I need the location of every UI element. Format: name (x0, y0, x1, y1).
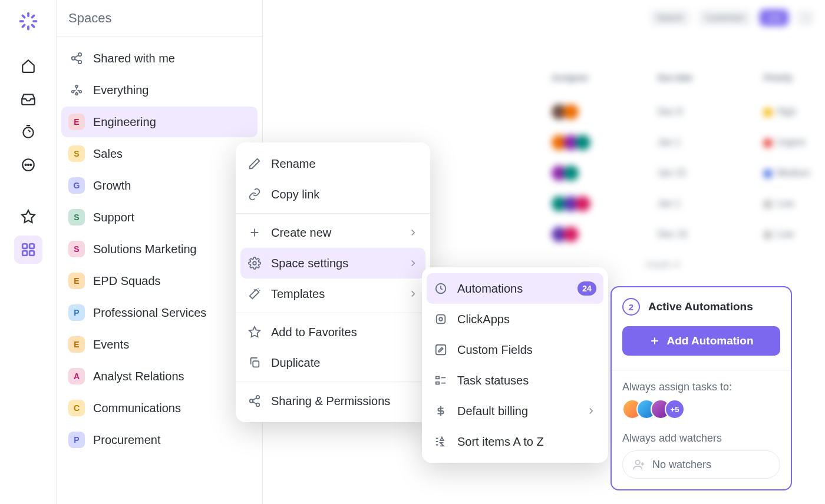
submenu-task-statuses[interactable]: Task statuses (427, 365, 603, 396)
svg-rect-8 (29, 251, 34, 256)
gear-icon (248, 256, 262, 270)
menu-copy-link[interactable]: Copy link (236, 179, 430, 210)
svg-rect-25 (436, 377, 440, 379)
menu-add-favorites[interactable]: Add to Favorites (236, 317, 430, 347)
spaces-icon[interactable] (14, 236, 42, 264)
pencil-icon (248, 157, 262, 171)
sidebar-item-label: Support (93, 211, 134, 224)
watchers-placeholder: No watchers (652, 459, 711, 471)
svg-point-13 (72, 91, 74, 93)
svg-point-20 (256, 403, 260, 407)
space-badge: G (68, 177, 85, 194)
table-row[interactable]: Jan 1Urgent (546, 127, 813, 158)
customize-button[interactable]: Customize (698, 9, 751, 26)
svg-rect-24 (436, 345, 446, 355)
chevron-right-icon (408, 227, 418, 238)
menu-label: Create new (271, 226, 331, 240)
sidebar-item[interactable]: PProcurement (61, 425, 258, 455)
sidebar-item[interactable]: AAnalyst Relations (61, 361, 258, 392)
sidebar-item-label: Events (93, 338, 129, 352)
favorites-icon[interactable] (14, 203, 42, 231)
sidebar-item[interactable]: SSolutions Marketing (61, 234, 258, 264)
network-icon (68, 82, 85, 98)
svg-point-19 (250, 399, 253, 403)
space-badge: S (68, 209, 85, 226)
submenu-label: ClickApps (457, 313, 510, 326)
sidebar-item[interactable]: PProfessional Services (61, 297, 258, 328)
sidebar-item-label: Sales (93, 147, 123, 161)
submenu-sort-items[interactable]: Sort items A to Z (427, 426, 603, 457)
menu-label: Space settings (271, 257, 348, 270)
add-automation-button[interactable]: Add Automation (622, 326, 780, 356)
wand-icon (248, 287, 262, 301)
space-badge: E (68, 273, 85, 289)
sidebar-item[interactable]: Shared with me (61, 43, 258, 74)
chevron-right-icon (408, 289, 418, 299)
add-automation-label: Add Automation (666, 334, 753, 347)
submenu-default-billing[interactable]: Default billing (427, 396, 603, 426)
add-button[interactable]: Add (760, 9, 788, 26)
svg-point-10 (72, 57, 75, 60)
sidebar-item[interactable]: SSales (61, 138, 258, 169)
sidebar-item[interactable]: EEvents (61, 329, 258, 360)
home-icon[interactable] (14, 52, 42, 80)
sidebar-item-label: Solutions Marketing (93, 243, 197, 256)
spaces-sidebar: Spaces Shared with meEverythingEEngineer… (57, 0, 263, 504)
menu-space-settings[interactable]: Space settings (240, 248, 425, 278)
sidebar-item[interactable]: EEngineering (61, 107, 258, 137)
space-settings-submenu: Automations 24 ClickApps Custom Fields T… (422, 267, 608, 463)
assignee-avatar-stack[interactable]: +5 (622, 399, 780, 419)
table-row[interactable]: Jan 15Medium (546, 158, 813, 188)
space-badge: C (68, 400, 85, 416)
table-row[interactable]: Jan 1Low (546, 188, 813, 219)
sidebar-item[interactable]: SSupport (61, 202, 258, 233)
menu-templates[interactable]: Templates (236, 278, 430, 309)
submenu-clickapps[interactable]: ClickApps (427, 304, 603, 334)
submenu-automations[interactable]: Automations 24 (427, 273, 603, 304)
app-logo[interactable] (14, 7, 42, 35)
svg-point-9 (78, 53, 82, 57)
submenu-custom-fields[interactable]: Custom Fields (427, 334, 603, 365)
submenu-label: Custom Fields (457, 343, 533, 357)
sidebar-title: Spaces (57, 5, 262, 37)
search-button[interactable]: Search (650, 9, 690, 26)
menu-sharing[interactable]: Sharing & Permissions (236, 386, 430, 416)
sidebar-item[interactable]: Everything (61, 75, 258, 105)
table-row[interactable]: Dec 15Low (546, 219, 813, 250)
timer-icon[interactable] (14, 118, 42, 146)
sidebar-item-label: Growth (93, 179, 131, 193)
menu-rename[interactable]: Rename (236, 148, 430, 179)
sidebar-item-label: Analyst Relations (93, 370, 184, 383)
menu-label: Sharing & Permissions (271, 394, 390, 408)
sidebar-item[interactable]: EEPD Squads (61, 266, 258, 296)
dollar-icon (434, 404, 448, 418)
svg-point-11 (78, 61, 82, 64)
more-icon[interactable] (14, 151, 42, 179)
svg-point-23 (439, 317, 443, 321)
assign-label: Always assign tasks to: (622, 381, 780, 393)
sidebar-item-label: EPD Squads (93, 274, 161, 288)
watchers-input[interactable]: No watchers (622, 450, 780, 479)
automations-count-badge: 24 (578, 281, 596, 296)
svg-rect-22 (437, 315, 446, 324)
svg-rect-17 (253, 361, 259, 367)
svg-point-16 (253, 261, 256, 265)
space-badge: E (68, 336, 85, 353)
menu-duplicate[interactable]: Duplicate (236, 347, 430, 378)
edit-square-icon (434, 343, 448, 357)
sidebar-item-label: Engineering (93, 115, 156, 129)
table-row[interactable]: Dec 8High (546, 97, 813, 127)
svg-point-4 (30, 164, 31, 165)
chevron-right-icon (586, 406, 596, 416)
sidebar-item[interactable]: CCommunications (61, 393, 258, 423)
space-badge: A (68, 368, 85, 384)
menu-create-new[interactable]: Create new (236, 217, 430, 248)
space-badge: S (68, 145, 85, 162)
inbox-icon[interactable] (14, 85, 42, 113)
more-button[interactable]: ⋯ (797, 9, 813, 26)
sidebar-item-label: Procurement (93, 433, 161, 447)
svg-point-2 (25, 164, 26, 165)
svg-point-0 (23, 127, 33, 137)
sidebar-item[interactable]: GGrowth (61, 170, 258, 201)
submenu-label: Default billing (457, 404, 528, 418)
